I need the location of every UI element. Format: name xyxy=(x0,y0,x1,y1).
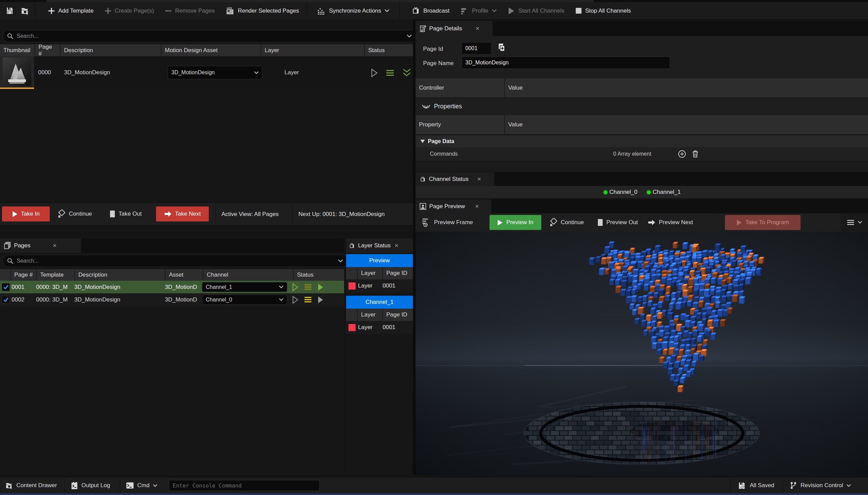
add-element-icon[interactable] xyxy=(678,150,686,158)
col-property[interactable]: Property xyxy=(416,115,505,134)
close-icon[interactable]: ✕ xyxy=(394,243,399,249)
take-in-button[interactable]: Take In xyxy=(2,206,50,221)
start-all-channels-button[interactable]: Start All Channels xyxy=(502,2,570,19)
layers-status-icon[interactable] xyxy=(304,284,312,290)
template-row-asset-dropdown[interactable]: 3D_MotionDesign xyxy=(168,66,262,79)
close-icon[interactable]: ✕ xyxy=(475,26,480,32)
console-command-input[interactable]: Enter Console Command xyxy=(169,480,320,491)
close-icon[interactable]: ✕ xyxy=(475,203,479,210)
copy-page-id-icon[interactable] xyxy=(497,43,506,53)
commands-row[interactable]: Commands 0 Array element xyxy=(416,147,868,161)
cmd-dropdown[interactable]: Cmd xyxy=(126,480,157,491)
row-channel-dropdown[interactable]: Channel_0 xyxy=(202,295,287,305)
preview-settings-menu[interactable] xyxy=(841,213,868,231)
play-preview-icon[interactable] xyxy=(292,296,299,304)
pages-search-input[interactable]: Search... xyxy=(3,255,347,267)
content-drawer-button[interactable]: Content Drawer xyxy=(5,480,57,491)
col-asset[interactable]: Asset xyxy=(166,269,203,281)
take-out-button[interactable]: Take Out xyxy=(110,206,142,221)
tab-page-details[interactable]: Page Details ✕ xyxy=(416,21,493,36)
col-page-num[interactable]: Page # xyxy=(11,269,37,281)
render-selected-pages-button[interactable]: Render Selected Pages xyxy=(220,2,305,19)
layer-status-group-header[interactable]: Preview xyxy=(346,254,413,267)
channel-status-item[interactable]: Channel_1 xyxy=(646,189,681,196)
col-description[interactable]: Description xyxy=(75,269,166,281)
continue-button[interactable]: Continue xyxy=(57,206,92,221)
row-checkbox[interactable] xyxy=(2,296,10,304)
template-thumbnail[interactable] xyxy=(0,56,34,89)
delete-elements-icon[interactable] xyxy=(692,150,699,158)
tab-pages[interactable]: Pages ✕ xyxy=(0,238,81,253)
layers-status-icon[interactable] xyxy=(304,296,312,303)
layer-status-group-header[interactable]: Channel_1 xyxy=(346,296,413,309)
double-chevron-down-icon[interactable] xyxy=(403,68,411,77)
add-template-button[interactable]: Add Template xyxy=(43,2,99,19)
col-channel[interactable]: Channel xyxy=(203,269,294,281)
page-row-0002[interactable]: 0002 0000: 3D_M 3D_MotionDesign 3D_Motio… xyxy=(0,293,344,306)
col-status[interactable]: Status xyxy=(294,269,344,281)
layer-status-row[interactable]: Layer 0001 xyxy=(346,321,413,334)
active-view-label: Active View: All Pages xyxy=(221,211,279,218)
tab-page-details-label: Page Details xyxy=(429,25,462,32)
all-saved-button[interactable]: All Saved xyxy=(738,480,774,491)
tab-page-preview[interactable]: Page Preview ✕ xyxy=(416,200,491,213)
col-template[interactable]: Template xyxy=(37,269,75,281)
layer-status-row[interactable]: Layer 0001 xyxy=(346,279,413,292)
synchronize-actions-button[interactable]: Synchronize Actions xyxy=(312,2,395,19)
properties-section-header[interactable]: Properties xyxy=(422,103,462,110)
col-layer[interactable]: Layer xyxy=(261,44,365,56)
stop-all-channels-button[interactable]: Stop All Channels xyxy=(570,2,636,19)
page-row-0001[interactable]: 0001 0000: 3D_M 3D_MotionDesign 3D_Motio… xyxy=(0,281,344,293)
preview-out-button[interactable]: Preview Out xyxy=(598,215,638,230)
revision-control-button[interactable]: Revision Control xyxy=(790,480,851,491)
take-next-button[interactable]: Take Next xyxy=(156,206,209,221)
profile-button[interactable]: Profile xyxy=(455,2,502,19)
preview-in-button[interactable]: Preview In xyxy=(490,215,541,230)
channel-status-item[interactable]: Channel_0 xyxy=(603,189,637,196)
col-status[interactable]: Status xyxy=(365,44,413,56)
close-icon[interactable]: ✕ xyxy=(477,176,481,182)
layers-status-icon[interactable] xyxy=(386,69,394,76)
save-button[interactable] xyxy=(0,2,18,19)
stop-icon xyxy=(575,7,582,14)
browse-to-asset-button[interactable] xyxy=(18,2,35,19)
row-checkbox[interactable] xyxy=(2,283,10,291)
page-id-input[interactable]: 0001 xyxy=(462,42,492,55)
output-log-button[interactable]: Output Log xyxy=(71,480,110,491)
tab-channel-status[interactable]: Channel Status ✕ xyxy=(416,172,494,186)
chevron-down-icon[interactable] xyxy=(407,34,412,38)
take-play-icon[interactable] xyxy=(317,283,324,291)
preview-next-button[interactable]: Preview Next xyxy=(648,215,693,230)
col-page-id[interactable]: Page ID xyxy=(383,267,413,279)
col-value[interactable]: Value xyxy=(505,115,868,134)
broadcast-button[interactable]: Broadcast xyxy=(406,2,455,19)
page-preview-viewport[interactable] xyxy=(416,232,868,475)
col-motion-design-asset[interactable]: Motion Design Asset xyxy=(161,44,261,56)
page-name-input[interactable]: 3D_MotionDesign xyxy=(462,57,670,69)
col-page-num[interactable]: Page # xyxy=(35,44,61,56)
col-controller[interactable]: Controller xyxy=(416,78,505,97)
preview-continue-button[interactable]: Continue xyxy=(549,215,584,230)
panel-divider[interactable] xyxy=(413,19,416,475)
col-page-id[interactable]: Page ID xyxy=(383,309,413,321)
take-to-program-button[interactable]: Take To Program xyxy=(725,215,801,230)
row-channel-dropdown[interactable]: Channel_1 xyxy=(202,282,287,292)
cmd-terminal-icon xyxy=(126,482,134,489)
take-play-icon[interactable] xyxy=(317,296,324,304)
template-row[interactable]: 0000 3D_MotionDesign 3D_MotionDesign Lay… xyxy=(0,56,413,89)
create-pages-button[interactable]: Create Page(s) xyxy=(99,2,159,19)
template-search-input[interactable]: Search... xyxy=(3,30,416,42)
page-data-section[interactable]: Page Data xyxy=(416,136,868,147)
close-icon[interactable]: ✕ xyxy=(52,243,57,249)
col-thumbnail[interactable]: Thumbnail xyxy=(0,44,35,56)
remove-pages-button[interactable]: Remove Pages xyxy=(159,2,220,19)
col-layer[interactable]: Layer xyxy=(358,267,383,279)
chevron-down-icon[interactable] xyxy=(338,259,343,263)
preview-frame-button[interactable]: Preview Frame xyxy=(422,215,473,230)
col-value[interactable]: Value xyxy=(505,78,868,97)
col-description[interactable]: Description xyxy=(61,44,161,56)
play-preview-icon[interactable] xyxy=(371,68,378,77)
col-layer[interactable]: Layer xyxy=(358,309,383,321)
tab-layer-status[interactable]: Layer Status ✕ xyxy=(346,238,413,253)
play-preview-icon[interactable] xyxy=(292,283,299,291)
